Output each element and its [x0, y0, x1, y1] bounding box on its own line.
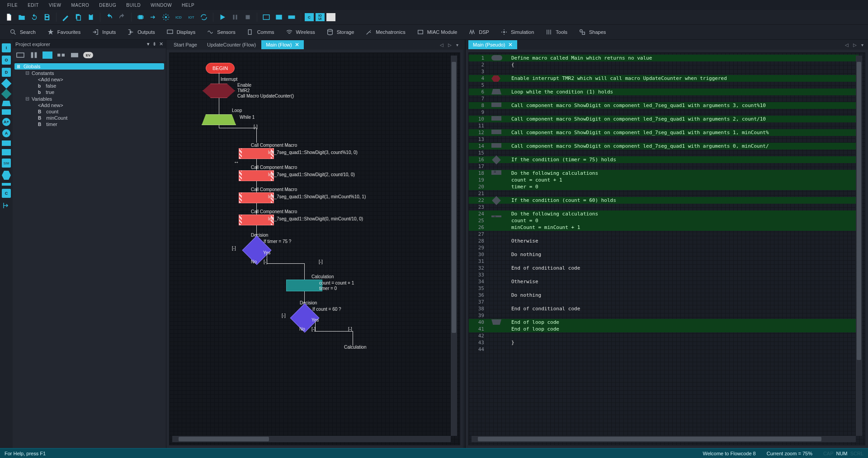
tree-root[interactable]: 🗏 Globals: [14, 63, 164, 70]
comp-inputs[interactable]: Inputs: [86, 27, 121, 37]
pseudo-line[interactable]: 13: [469, 136, 859, 143]
pseudo-line[interactable]: 30 Do nothing: [469, 251, 859, 258]
comp-displays[interactable]: Displays: [160, 27, 201, 37]
menu-help[interactable]: HELP: [177, 2, 199, 9]
pseudo-line[interactable]: 8 Call component macro ShowDigit on comp…: [469, 102, 859, 109]
pseudo-line[interactable]: 20 timer = 0: [469, 183, 859, 190]
tab-menu-icon[interactable]: ▾: [454, 42, 460, 47]
pseudo-line[interactable]: 19 count = count + 1: [469, 177, 859, 183]
pseudo-line[interactable]: 36 Do nothing: [469, 292, 859, 299]
copy-icon[interactable]: [73, 12, 84, 23]
tab-startpage[interactable]: Start Page: [169, 41, 202, 49]
pseudo-line[interactable]: 29: [469, 244, 859, 251]
pseudo-line[interactable]: 14 Call component macro ShowDigit on com…: [469, 143, 859, 150]
tab-next-icon[interactable]: ▷: [446, 42, 453, 47]
comp-simulation[interactable]: Simulation: [495, 27, 539, 37]
pseudo-line[interactable]: 6 Loop while the condition (1) holds: [469, 89, 859, 95]
tree-item[interactable]: b true: [14, 89, 164, 95]
tree-item[interactable]: B minCount: [14, 115, 164, 121]
reload-icon[interactable]: [29, 12, 40, 23]
redo-icon[interactable]: [117, 12, 127, 23]
tbx-calc-icon[interactable]: [2, 149, 11, 155]
menu-macro[interactable]: MACRO: [66, 2, 94, 9]
tree-variables[interactable]: ⊟Variables: [14, 95, 164, 102]
collapse-marker[interactable]: [-]: [232, 246, 236, 251]
compile-chip-icon[interactable]: [135, 12, 146, 23]
flow-canvas[interactable]: BEGIN Interrupt Enable TMR2 Call Macro U…: [170, 53, 460, 445]
et-components-icon[interactable]: [56, 51, 66, 59]
open-icon[interactable]: [16, 12, 27, 23]
tbx-output-icon[interactable]: O: [2, 56, 11, 65]
tab-prev-icon[interactable]: ◁: [843, 42, 850, 47]
pseudo-line[interactable]: 39: [469, 312, 859, 319]
pseudo-line[interactable]: 3: [469, 68, 859, 75]
panel1-icon[interactable]: [261, 12, 272, 23]
pseudo-line[interactable]: 40 End of loop code: [469, 319, 859, 326]
menu-window[interactable]: WINDOW: [146, 2, 176, 9]
tab-updatecounter[interactable]: UpdateCounter (Flow): [203, 41, 260, 49]
comp-miac[interactable]: MIAC Module: [411, 27, 463, 37]
pseudo-line[interactable]: 42: [469, 332, 859, 339]
pseudo-line[interactable]: 34 Otherwise: [469, 278, 859, 285]
et-panel-icon[interactable]: [70, 51, 80, 59]
scrollbar-horizontal[interactable]: [172, 436, 451, 442]
tree-item[interactable]: B count: [14, 108, 164, 115]
tree-item[interactable]: <Add new>: [14, 102, 164, 108]
tab-close-icon[interactable]: ✕: [295, 42, 299, 48]
flow-loop[interactable]: [202, 114, 236, 125]
flow-begin[interactable]: BEGIN: [206, 63, 235, 74]
comp-sensors[interactable]: Sensors: [201, 27, 241, 37]
comp-shapes[interactable]: Shapes: [573, 27, 611, 37]
menu-view[interactable]: VIEW: [44, 2, 66, 9]
pseudo-line[interactable]: 33: [469, 271, 859, 278]
et-ports-icon[interactable]: [15, 51, 25, 59]
tab-next-icon[interactable]: ▷: [851, 42, 859, 47]
new-icon[interactable]: [4, 12, 14, 23]
pseudo-line[interactable]: 32 End of conditional code: [469, 265, 859, 271]
pseudo-line[interactable]: 21: [469, 190, 859, 197]
stop-icon[interactable]: [242, 12, 253, 23]
pseudo-line[interactable]: 27: [469, 231, 859, 238]
tab-prev-icon[interactable]: ◁: [438, 42, 445, 47]
tbx-input-icon[interactable]: I: [2, 43, 11, 52]
pseudo-line[interactable]: 26 minCount = minCount + 1: [469, 224, 859, 231]
tbx-string-icon[interactable]: SIM: [2, 159, 11, 168]
flow-calc-1[interactable]: [286, 280, 322, 291]
pseudo-line[interactable]: 31: [469, 258, 859, 265]
save-icon[interactable]: [42, 12, 52, 23]
collapse-marker[interactable]: [-]: [348, 327, 352, 332]
icd-icon[interactable]: ICD: [173, 12, 184, 23]
play-icon[interactable]: [217, 12, 228, 23]
panel2-icon[interactable]: [274, 12, 284, 23]
tbx-switch-icon[interactable]: [1, 89, 12, 99]
pseudo-line[interactable]: 41 End of loop code: [469, 326, 859, 332]
pseudo-line[interactable]: 2{: [469, 61, 859, 68]
tree-constants[interactable]: ⊟Constants: [14, 70, 164, 76]
tbx-code-icon[interactable]: [2, 183, 11, 186]
et-ev-icon[interactable]: EV: [83, 52, 93, 58]
pseudo-line[interactable]: 38 End of conditional code: [469, 305, 859, 312]
tbx-loop-icon[interactable]: [2, 109, 11, 115]
menu-edit[interactable]: EDIT: [23, 2, 43, 9]
iot-icon[interactable]: IOT: [186, 12, 197, 23]
panel-dropdown-icon[interactable]: ▾: [147, 41, 150, 47]
tbx-connection-icon[interactable]: [2, 101, 11, 106]
comp-wireless[interactable]: Wireless: [280, 27, 321, 37]
comp-comms[interactable]: Comms: [241, 27, 280, 37]
panel-pin-icon[interactable]: ⇟: [152, 41, 156, 47]
undo-icon[interactable]: [104, 12, 115, 23]
pseudo-line[interactable]: 4 Enable interrupt TMR2 which will call …: [469, 75, 859, 82]
tree-item[interactable]: b false: [14, 83, 164, 89]
pseudo-line[interactable]: 12 Call component macro ShowDigit on com…: [469, 129, 859, 136]
pseudo-line[interactable]: 25 count = 0: [469, 217, 859, 224]
comp-dsp[interactable]: DSP: [462, 27, 495, 37]
scrollbar-vertical[interactable]: [856, 56, 862, 436]
pseudo-line[interactable]: 24 Do the following calculations: [469, 210, 859, 217]
tbx-decision-icon[interactable]: [1, 79, 12, 89]
comp-tools[interactable]: Tools: [539, 27, 573, 37]
box-blank-icon[interactable]: [326, 13, 335, 21]
scrollbar-vertical[interactable]: [451, 56, 457, 436]
panel3-icon[interactable]: [286, 12, 297, 23]
comp-storage[interactable]: Storage: [321, 27, 360, 37]
wand-icon[interactable]: [60, 12, 71, 23]
